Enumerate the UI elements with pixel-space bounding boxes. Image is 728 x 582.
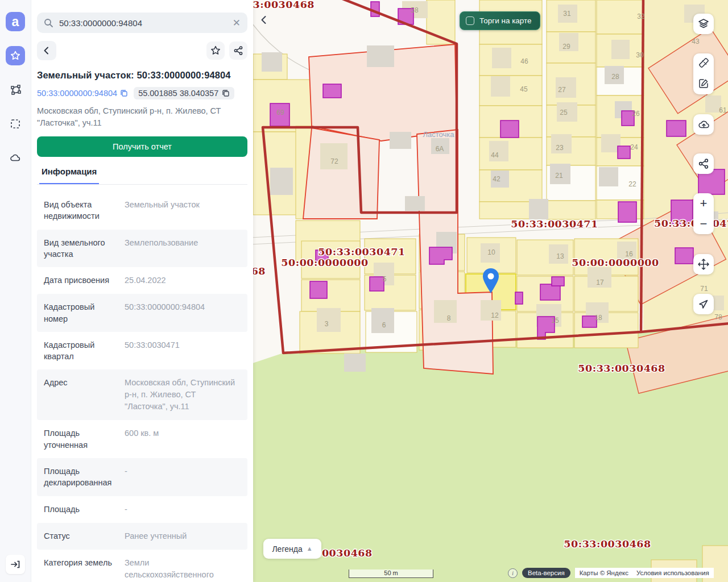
parcel-number: 29 bbox=[562, 43, 570, 51]
sidebar-item-area-select[interactable] bbox=[6, 114, 25, 134]
auctions-on-map-toggle[interactable]: Торги на карте bbox=[460, 11, 540, 30]
map-canvas[interactable]: Ласточка 50:33:003046850:33:003047150:33… bbox=[253, 0, 728, 582]
map-attribution: i Beta-версия Карты © Яндекс Условия исп… bbox=[508, 568, 714, 578]
left-rail: a bbox=[0, 0, 31, 582]
parcel-number: 15 bbox=[551, 317, 559, 325]
parcel-number: 28 bbox=[611, 73, 619, 81]
parcel-number: 24 bbox=[630, 143, 638, 151]
info-row: СтатусРанее учтенный bbox=[37, 523, 247, 550]
parcel-number: 32 bbox=[637, 13, 645, 20]
info-row-value: 600 кв. м bbox=[119, 427, 241, 451]
map-share-button[interactable] bbox=[693, 153, 714, 174]
parcel-number: 44 bbox=[491, 151, 499, 159]
cadastral-number-link[interactable]: 50:33:0000000:94804 bbox=[37, 89, 128, 98]
parcel-number: 71 bbox=[700, 285, 708, 293]
detail-panel: ✕ Земельны bbox=[31, 0, 253, 582]
chevron-left-icon bbox=[42, 46, 51, 55]
parcel-number: 6 bbox=[382, 321, 386, 329]
dashed-square-icon bbox=[10, 118, 21, 130]
zoom-in-button[interactable]: + bbox=[700, 197, 708, 210]
parcel-number: 16 bbox=[625, 250, 633, 258]
info-row-label: Вид земельного участка bbox=[44, 237, 119, 260]
parcel-number: 25 bbox=[560, 109, 568, 117]
page-title: Земельный участок: 50:33:0000000:94804 bbox=[37, 70, 247, 81]
sidebar-item-cloud[interactable] bbox=[6, 148, 25, 168]
info-row-label: Категория земель bbox=[44, 557, 119, 582]
info-row: АдресМосковская обл, Ступинский р-н, п. … bbox=[37, 369, 247, 420]
cloud-upload-icon bbox=[697, 118, 710, 131]
layers-button[interactable] bbox=[693, 14, 714, 34]
parcel-number: 8 bbox=[447, 314, 451, 322]
info-row-value: Земельный участок bbox=[119, 199, 241, 222]
terms-link[interactable]: Условия использования bbox=[636, 569, 709, 576]
cloud-icon bbox=[9, 152, 22, 164]
cadastral-number-text: 50:33:0000000:94804 bbox=[37, 89, 117, 98]
parcel-number: 5 bbox=[383, 275, 387, 283]
info-row-label: Площадь декларированная bbox=[44, 465, 119, 489]
map-back-button[interactable] bbox=[255, 11, 272, 28]
pan-button[interactable] bbox=[693, 254, 714, 275]
info-icon[interactable]: i bbox=[508, 568, 518, 578]
tab-information[interactable]: Информация bbox=[39, 167, 99, 184]
chevron-up-icon: ▲ bbox=[307, 545, 313, 552]
parcel-number: 21 bbox=[555, 172, 563, 180]
ruler-button[interactable] bbox=[698, 57, 710, 71]
quarter-label: 50:00:0000000 bbox=[281, 257, 368, 268]
favorite-button[interactable] bbox=[206, 41, 225, 60]
map-area[interactable]: Ласточка 50:33:003046850:33:003047150:33… bbox=[253, 0, 728, 582]
clear-search-icon[interactable]: ✕ bbox=[233, 17, 241, 29]
info-row: Площадь уточненная600 кв. м bbox=[37, 420, 247, 458]
info-row-label: Кадастровый номер bbox=[44, 301, 119, 325]
info-row-label: Вид объекта недвижимости bbox=[44, 199, 119, 222]
copy-icon[interactable] bbox=[120, 89, 128, 97]
info-row-label: Площадь уточненная bbox=[44, 427, 119, 451]
parcel-number: 78 bbox=[714, 313, 722, 321]
zoom-out-button[interactable]: − bbox=[700, 218, 708, 230]
share-button[interactable] bbox=[229, 41, 247, 60]
get-report-button[interactable]: Получить отчет bbox=[37, 136, 247, 157]
parcel-number: 45 bbox=[520, 85, 528, 93]
parcel-number: 26 bbox=[632, 110, 640, 118]
parcel-number: 23 bbox=[556, 144, 564, 152]
sign-out-icon bbox=[10, 559, 21, 570]
info-row: Вид объекта недвижимостиЗемельный участо… bbox=[37, 192, 247, 230]
auctions-checkbox[interactable] bbox=[466, 16, 474, 25]
edit-icon bbox=[698, 77, 710, 89]
parcel-number: 27 bbox=[558, 86, 566, 94]
info-table: Вид объекта недвижимостиЗемельный участо… bbox=[37, 192, 247, 582]
scale-bar: 50 m bbox=[349, 569, 433, 578]
legend-button[interactable]: Легенда ▲ bbox=[263, 539, 321, 559]
coordinates-chip[interactable]: 55.001885 38.040357 bbox=[134, 87, 234, 99]
app-logo[interactable]: a bbox=[6, 12, 25, 31]
navigation-arrow-icon bbox=[698, 298, 709, 310]
edit-button[interactable] bbox=[698, 77, 710, 92]
layers-icon bbox=[697, 18, 710, 30]
sign-out-button[interactable] bbox=[6, 555, 25, 574]
parcel-number: 31 bbox=[563, 10, 571, 18]
search-bar[interactable]: ✕ bbox=[37, 13, 247, 33]
parcel-number: 13 bbox=[556, 252, 564, 260]
back-button[interactable] bbox=[37, 41, 56, 60]
parcel-number: 43 bbox=[692, 38, 700, 45]
app-window: a bbox=[0, 0, 728, 582]
info-row-value: 25.04.2022 bbox=[119, 275, 241, 286]
parcel-number: 22 bbox=[628, 180, 636, 188]
locate-button[interactable] bbox=[693, 294, 714, 314]
info-row-value: Землепользование bbox=[119, 237, 241, 260]
info-row: Площадь декларированная- bbox=[37, 458, 247, 496]
star-outline-icon bbox=[210, 45, 221, 56]
info-row-value: 50:33:0030471 bbox=[119, 339, 241, 363]
address-text: Московская обл, Ступинский р-н, п. Жилев… bbox=[37, 105, 247, 129]
sidebar-item-favorites[interactable] bbox=[6, 46, 25, 65]
search-input[interactable] bbox=[59, 18, 233, 28]
upload-button[interactable] bbox=[693, 114, 714, 135]
zoom-group: + − bbox=[693, 193, 714, 234]
auctions-label: Торги на карте bbox=[479, 16, 532, 25]
map-copyright[interactable]: Карты © Яндекс bbox=[580, 569, 628, 576]
info-row-value: Ранее учтенный bbox=[119, 530, 241, 542]
quarter-label: 50:00:0000000 bbox=[572, 257, 659, 268]
parcel-number: 46 bbox=[520, 57, 528, 65]
parcel-number: 17 bbox=[596, 278, 604, 286]
copy-icon[interactable] bbox=[222, 89, 230, 97]
sidebar-item-polygon-select[interactable] bbox=[6, 80, 25, 99]
